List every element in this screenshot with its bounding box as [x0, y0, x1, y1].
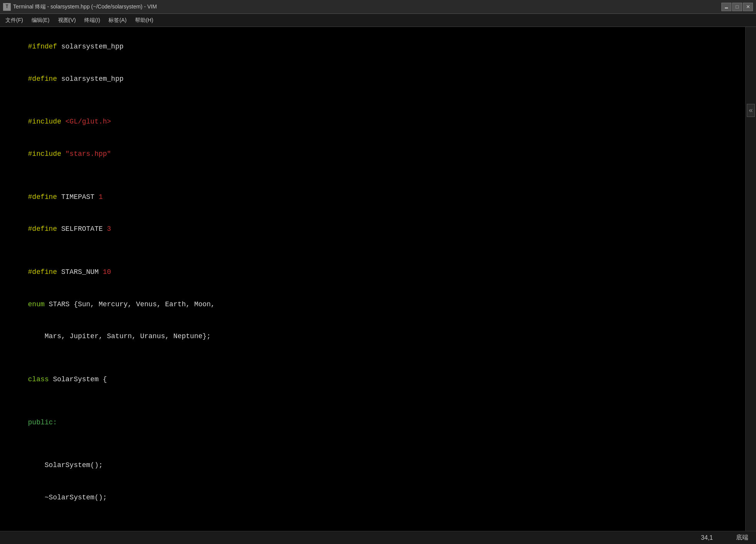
code-line: public: [3, 407, 745, 439]
code-line: void onDisplay(); [3, 525, 745, 531]
cursor-position: 34,1 [701, 534, 713, 541]
window-controls: 🗕 □ ✕ [721, 3, 753, 11]
code-line: #define solarsystem_hpp [3, 63, 745, 95]
menu-bar: 文件(F) 编辑(E) 视图(V) 终端(I) 标签(A) 帮助(H) [0, 14, 756, 27]
menu-view[interactable]: 视图(V) [54, 15, 80, 25]
code-line: ~SolarSystem(); [3, 482, 745, 514]
menu-terminal[interactable]: 终端(I) [80, 15, 104, 25]
code-line: #include <GL/glut.h> [3, 106, 745, 138]
code-line [3, 170, 745, 181]
vim-mode: 底端 [736, 534, 748, 542]
window-title: Terminal 终端 - solarsystem.hpp (~/Code/so… [13, 3, 157, 10]
main-area: #ifndef solarsystem_hpp #define solarsys… [0, 27, 756, 531]
maximize-button[interactable]: □ [732, 3, 742, 11]
code-line: Mars, Jupiter, Saturn, Uranus, Neptune}; [3, 320, 745, 353]
code-line [3, 514, 745, 525]
code-line: SolarSystem(); [3, 449, 745, 482]
code-line: #include "stars.hpp" [3, 138, 745, 170]
code-line [3, 245, 745, 256]
code-line: #define STARS_NUM 10 [3, 256, 745, 289]
status-bar: 34,1 底端 [0, 531, 756, 544]
code-line: enum STARS {Sun, Mercury, Venus, Earth, … [3, 289, 745, 321]
code-editor[interactable]: #ifndef solarsystem_hpp #define solarsys… [0, 27, 745, 531]
close-button[interactable]: ✕ [743, 3, 753, 11]
code-line: #define SELFROTATE 3 [3, 213, 745, 245]
menu-help[interactable]: 帮助(H) [131, 15, 157, 25]
code-line [3, 396, 745, 407]
code-line [3, 439, 745, 449]
title-bar: T Terminal 终端 - solarsystem.hpp (~/Code/… [0, 0, 756, 14]
menu-file[interactable]: 文件(F) [2, 15, 27, 25]
code-line: #ifndef solarsystem_hpp [3, 31, 745, 63]
code-line: #define TIMEPAST 1 [3, 181, 745, 214]
code-line [3, 95, 745, 106]
menu-edit[interactable]: 编辑(E) [28, 15, 53, 25]
terminal-icon: T [3, 3, 11, 11]
iconify-button[interactable]: 🗕 [721, 3, 731, 11]
code-line [3, 353, 745, 364]
menu-tabs[interactable]: 标签(A) [105, 15, 130, 25]
right-panel: « [745, 27, 756, 531]
title-bar-left: T Terminal 终端 - solarsystem.hpp (~/Code/… [3, 3, 157, 11]
collapse-arrow-button[interactable]: « [747, 104, 755, 117]
code-line: class SolarSystem { [3, 364, 745, 396]
